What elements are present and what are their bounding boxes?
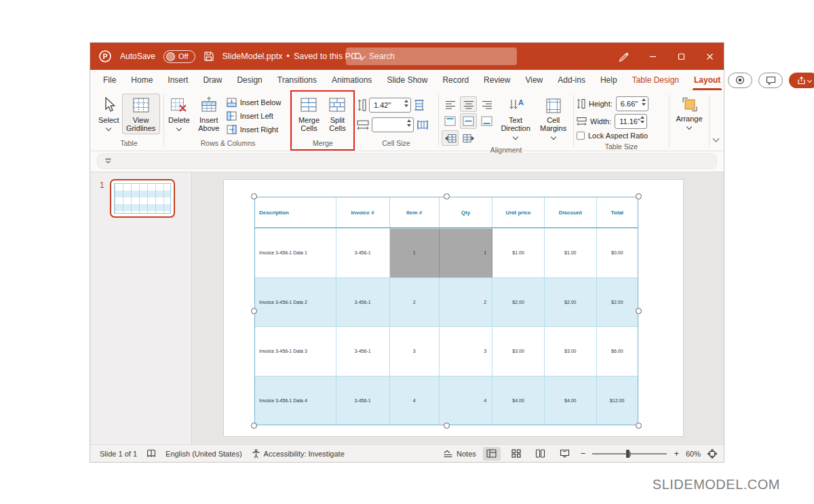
tab-layout[interactable]: Layout bbox=[686, 70, 728, 90]
table-cell[interactable]: $0.00 bbox=[597, 229, 638, 277]
tab-view[interactable]: View bbox=[518, 70, 550, 90]
row-height-input[interactable]: 1.42" bbox=[369, 98, 411, 113]
column-width-spinner[interactable] bbox=[407, 119, 411, 127]
tab-review[interactable]: Review bbox=[476, 70, 518, 90]
save-icon[interactable] bbox=[204, 51, 214, 62]
zoom-slider-thumb[interactable] bbox=[626, 450, 629, 458]
table-cell-selected[interactable]: 1 bbox=[440, 229, 492, 277]
record-button[interactable] bbox=[728, 73, 752, 88]
tab-slide-show[interactable]: Slide Show bbox=[379, 70, 435, 90]
table-cell[interactable]: $3.00 bbox=[545, 327, 597, 376]
table-resize-handle[interactable] bbox=[444, 193, 450, 199]
table-resize-handle[interactable] bbox=[251, 423, 257, 429]
align-center-button[interactable] bbox=[460, 96, 477, 112]
view-gridlines-button[interactable]: View Gridlines bbox=[122, 94, 160, 134]
table-cell[interactable]: $6.00 bbox=[597, 327, 638, 376]
notes-button[interactable]: Notes bbox=[443, 450, 476, 458]
table-cell[interactable]: 2 bbox=[390, 278, 440, 327]
insert-right-button[interactable]: Insert Right bbox=[227, 124, 282, 135]
normal-view-button[interactable] bbox=[483, 447, 501, 461]
table-cell[interactable]: 3-456-1 bbox=[336, 229, 390, 277]
table-cell[interactable]: Invoice 3-456-1 Data 3 bbox=[255, 327, 336, 376]
tab-animations[interactable]: Animations bbox=[324, 70, 379, 90]
accessibility-status[interactable]: Accessibility: Investigate bbox=[252, 449, 345, 459]
tab-transitions[interactable]: Transitions bbox=[270, 70, 324, 90]
comments-button[interactable] bbox=[758, 73, 783, 88]
align-right-button[interactable] bbox=[478, 96, 495, 112]
zoom-out-button[interactable]: − bbox=[581, 448, 586, 459]
table-cell[interactable]: 3-456-1 bbox=[336, 327, 390, 376]
tab-insert[interactable]: Insert bbox=[160, 70, 195, 90]
distribute-rows-icon[interactable] bbox=[414, 99, 425, 111]
slideshow-view-button[interactable] bbox=[556, 447, 574, 461]
slide-sorter-view-button[interactable] bbox=[507, 447, 525, 461]
table-cell[interactable]: $12.00 bbox=[597, 376, 638, 425]
table-cell[interactable]: 3-456-1 bbox=[336, 376, 390, 425]
distribute-columns-icon[interactable] bbox=[416, 119, 429, 130]
text-direction-button[interactable]: A Text Direction bbox=[497, 95, 535, 140]
search-box[interactable]: Search bbox=[346, 47, 517, 65]
insert-above-button[interactable]: Insert Above bbox=[193, 94, 225, 134]
column-width-input[interactable] bbox=[372, 117, 414, 132]
table-header-description[interactable]: Description bbox=[255, 197, 336, 227]
tab-record[interactable]: Record bbox=[435, 70, 476, 90]
table-direction-rtl-button[interactable] bbox=[460, 130, 477, 146]
slide-indicator[interactable]: Slide 1 of 1 bbox=[100, 450, 137, 458]
lock-aspect-ratio-checkbox[interactable] bbox=[577, 132, 585, 140]
table-header-unit-price[interactable]: Unit price bbox=[492, 197, 545, 227]
collapse-ribbon-chevron-icon[interactable] bbox=[714, 132, 718, 144]
zoom-slider[interactable] bbox=[592, 449, 667, 459]
autosave-toggle[interactable]: Off bbox=[163, 50, 195, 63]
table-height-spinner[interactable] bbox=[642, 98, 646, 106]
table-resize-handle[interactable] bbox=[636, 423, 642, 429]
insert-left-button[interactable]: Insert Left bbox=[227, 111, 282, 121]
align-middle-button[interactable] bbox=[460, 113, 477, 129]
slide-canvas[interactable]: Description Invoice # Item # Qty Unit pr… bbox=[224, 180, 683, 436]
cell-margins-button[interactable]: Cell Margins bbox=[536, 95, 570, 140]
table-width-spinner[interactable] bbox=[640, 116, 644, 123]
tab-file[interactable]: File bbox=[96, 70, 123, 90]
merge-cells-button[interactable]: Merge Cells bbox=[295, 94, 323, 134]
tab-add-ins[interactable]: Add-ins bbox=[550, 70, 593, 90]
table-cell[interactable]: 3-456-1 bbox=[336, 278, 390, 327]
table-width-input[interactable]: 11.16" bbox=[615, 114, 647, 129]
table-cell[interactable]: $1.00 bbox=[492, 229, 545, 277]
table-resize-handle[interactable] bbox=[251, 308, 257, 314]
table-cell[interactable]: 4 bbox=[440, 376, 492, 425]
insert-below-button[interactable]: Insert Below bbox=[227, 97, 282, 108]
align-top-button[interactable] bbox=[442, 113, 459, 129]
select-button[interactable]: Select bbox=[97, 94, 121, 132]
table-cell[interactable]: $3.00 bbox=[492, 327, 545, 376]
table-header-item[interactable]: Item # bbox=[390, 197, 440, 227]
coming-soon-megaphone-icon[interactable] bbox=[610, 43, 638, 70]
align-bottom-button[interactable] bbox=[478, 113, 495, 129]
minimize-button[interactable] bbox=[638, 43, 667, 70]
zoom-in-button[interactable]: + bbox=[674, 448, 679, 459]
maximize-button[interactable] bbox=[667, 43, 695, 70]
table-cell[interactable]: $1.00 bbox=[545, 229, 597, 277]
tab-draw[interactable]: Draw bbox=[195, 70, 229, 90]
share-button[interactable] bbox=[789, 73, 814, 88]
table-cell[interactable]: $4.00 bbox=[545, 376, 597, 425]
table-header-discount[interactable]: Discount bbox=[545, 197, 597, 227]
split-cells-button[interactable]: Split Cells bbox=[324, 94, 351, 134]
fit-slide-to-window-button[interactable] bbox=[708, 449, 717, 459]
table-header-total[interactable]: Total bbox=[597, 197, 638, 227]
table-cell[interactable]: 3 bbox=[390, 327, 440, 376]
table-cell[interactable]: Invoice 3-456-1 Data 1 bbox=[255, 229, 336, 277]
tab-help[interactable]: Help bbox=[593, 70, 625, 90]
table-resize-handle[interactable] bbox=[444, 423, 450, 429]
tab-table-design[interactable]: Table Design bbox=[625, 70, 686, 90]
powerpoint-app-icon[interactable]: P bbox=[98, 50, 112, 63]
table-cell[interactable]: $2.00 bbox=[545, 278, 597, 327]
table-cell[interactable]: 4 bbox=[390, 376, 440, 425]
reading-view-button[interactable] bbox=[532, 447, 549, 461]
tab-home[interactable]: Home bbox=[123, 70, 160, 90]
table-cell[interactable]: Invoice 3-456-1 Data 2 bbox=[255, 278, 336, 327]
table-header-invoice[interactable]: Invoice # bbox=[336, 197, 390, 227]
arrange-button[interactable]: Arrange bbox=[674, 94, 703, 130]
row-height-spinner[interactable] bbox=[404, 100, 408, 107]
toolbar-collapse-icon[interactable] bbox=[104, 158, 112, 164]
slide-thumbnail[interactable] bbox=[110, 179, 175, 218]
table-resize-handle[interactable] bbox=[251, 193, 257, 199]
